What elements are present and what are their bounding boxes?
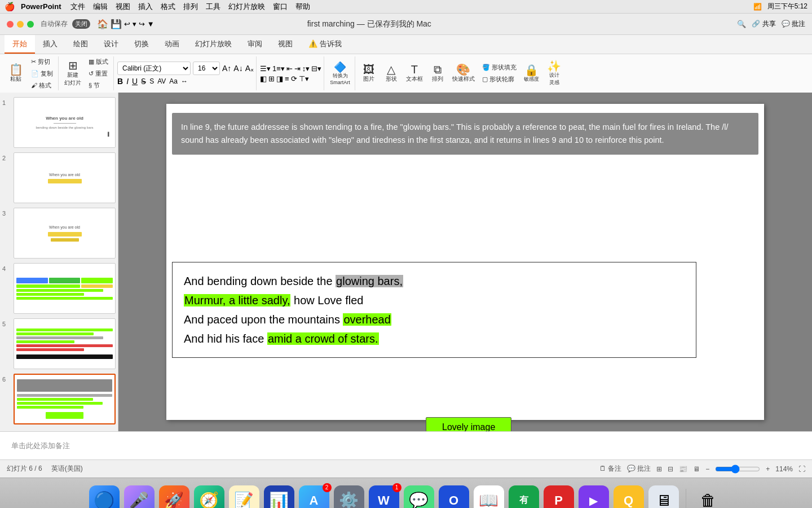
new-slide-button[interactable]: ⊞ 新建 幻灯片	[62, 59, 83, 88]
dock-finder[interactable]: 🔵	[89, 485, 120, 509]
apple-logo[interactable]: 🍎	[5, 2, 15, 12]
menu-window[interactable]: 窗口	[273, 2, 288, 12]
slide-item-2[interactable]: 2 When you are old	[2, 152, 116, 203]
paste-button[interactable]: 📋 粘贴	[6, 63, 26, 84]
font-family-dropdown[interactable]: Calibri (正文)	[117, 62, 191, 75]
tab-view[interactable]: 视图	[270, 35, 301, 54]
dock-finder2[interactable]: 🖥	[648, 485, 679, 509]
dock-word[interactable]: W 1	[369, 485, 399, 509]
comment-button[interactable]: 💬 批注	[782, 19, 805, 29]
format-painter-button[interactable]: 🖌 格式	[28, 80, 56, 91]
arrange-button[interactable]: ⧉ 排列	[427, 63, 448, 84]
share-button[interactable]: 🔗 共享	[752, 19, 775, 29]
columns-button[interactable]: ⊟▾	[311, 64, 321, 73]
save-toggle[interactable]: 关闭	[72, 19, 90, 29]
spacing-button[interactable]: AV	[157, 77, 166, 85]
view-presenter-button[interactable]: 🖥	[693, 465, 700, 473]
slide-thumb-3[interactable]: When you are old	[14, 208, 116, 259]
bullets-button[interactable]: ☰▾	[260, 64, 271, 73]
toolbar-customize[interactable]: ▼	[147, 20, 155, 28]
dock-safari[interactable]: 🧭	[194, 485, 224, 509]
tab-animations[interactable]: 动画	[157, 35, 187, 54]
app-name[interactable]: PowerPoint	[21, 2, 61, 11]
toolbar-home[interactable]: 🏠	[97, 19, 108, 29]
smartart-button[interactable]: 🔷 转换为 SmartArt	[328, 61, 352, 86]
dock-dictionary[interactable]: 📖	[474, 485, 504, 509]
shape-fill-button[interactable]: 🪣 形状填充	[479, 62, 519, 73]
toolbar-redo[interactable]: ↪	[139, 20, 145, 28]
menu-insert[interactable]: 插入	[138, 2, 153, 12]
shape-button[interactable]: △ 形状	[381, 63, 401, 84]
italic-button[interactable]: I	[126, 77, 129, 86]
menu-tools[interactable]: 工具	[206, 2, 220, 12]
tab-review[interactable]: 审阅	[240, 35, 270, 54]
tab-insert[interactable]: 插入	[35, 35, 65, 54]
toolbar-undo[interactable]: ↩ ▾	[124, 20, 136, 28]
tab-transitions[interactable]: 切换	[126, 35, 157, 54]
dock-powerpoint[interactable]: P	[544, 485, 574, 509]
view-grid-button[interactable]: ⊟	[668, 465, 673, 473]
align-vert-button[interactable]: ⊤▾	[299, 75, 309, 83]
tab-draw[interactable]: 绘图	[65, 35, 96, 54]
minimize-button[interactable]	[17, 21, 24, 28]
dock-notes[interactable]: 📝	[229, 485, 259, 509]
case-button[interactable]: Aa	[169, 77, 178, 85]
slide-item-4[interactable]: 4	[2, 263, 116, 314]
align-center-button[interactable]: ⊞	[268, 75, 275, 83]
dock-app-q[interactable]: Q	[614, 485, 644, 509]
cut-button[interactable]: ✂ 剪切	[28, 56, 56, 67]
zoom-out-button[interactable]: −	[705, 465, 709, 473]
shadow-button[interactable]: S	[149, 77, 154, 85]
design-ideas-button[interactable]: ✨ 设计 灵感	[544, 59, 564, 87]
toolbar-save[interactable]: 💾	[111, 19, 122, 29]
line-spacing-button[interactable]: ↕▾	[302, 64, 310, 73]
view-reading-button[interactable]: 📰	[679, 465, 687, 473]
layout-button[interactable]: ▦ 版式	[86, 56, 111, 67]
shape-outline-button[interactable]: ▢ 形状轮廓	[479, 74, 519, 85]
close-button[interactable]	[7, 21, 14, 28]
increase-font-button[interactable]: A↑	[222, 64, 231, 73]
dock-systemprefs[interactable]: ⚙️	[334, 485, 364, 509]
menu-edit[interactable]: 编辑	[93, 2, 108, 12]
comments-status-button[interactable]: 💬 批注	[627, 464, 651, 474]
slide-thumb-6[interactable]	[14, 374, 116, 424]
dock-presentations[interactable]: ▶	[579, 485, 609, 509]
reset-button[interactable]: ↺ 重置	[86, 68, 111, 79]
maximize-button[interactable]	[27, 21, 34, 28]
dock-siri[interactable]: 🎤	[124, 485, 155, 509]
dock-outlook[interactable]: O	[439, 485, 469, 509]
slide-item-1[interactable]: 1 When you are old bending down beside t…	[2, 97, 116, 148]
tab-tell-me[interactable]: ⚠️ 告诉我	[301, 35, 350, 54]
dock-launchpad[interactable]: 🚀	[159, 485, 189, 509]
clear-format-button[interactable]: Aₓ	[245, 64, 254, 73]
dock-trash[interactable]: 🗑	[693, 485, 723, 509]
menu-view[interactable]: 视图	[116, 2, 130, 12]
font-size-dropdown[interactable]: 16	[193, 62, 220, 75]
sensitivity-button[interactable]: 🔒 敏感度	[522, 63, 542, 84]
dock-wechat[interactable]: 💬	[404, 485, 434, 509]
align-right-button[interactable]: ◨	[276, 75, 283, 83]
decrease-indent-button[interactable]: ⇤	[286, 64, 293, 73]
textbox-button[interactable]: T 文本框	[404, 63, 425, 84]
numbering-button[interactable]: 1≡▾	[272, 64, 285, 73]
dock-keynote[interactable]: 📊	[264, 485, 294, 509]
dock-youdao[interactable]: 有	[509, 485, 539, 509]
slide-item-3[interactable]: 3 When you are old	[2, 208, 116, 259]
menu-format[interactable]: 格式	[161, 2, 175, 12]
view-normal-button[interactable]: ⊞	[656, 465, 662, 473]
text-direction-button[interactable]: ⟳	[291, 75, 297, 83]
picture-button[interactable]: 🖼 图片	[359, 63, 379, 84]
fit-button[interactable]: ⛶	[798, 465, 805, 473]
zoom-in-button[interactable]: +	[766, 465, 770, 473]
slide-thumb-1[interactable]: When you are old bending down beside the…	[14, 97, 116, 148]
tab-design[interactable]: 设计	[96, 35, 126, 54]
slide-thumb-5[interactable]	[14, 318, 116, 369]
quick-styles-button[interactable]: 🎨 快速样式	[450, 63, 477, 84]
align-left-button[interactable]: ◧	[260, 75, 267, 83]
copy-button[interactable]: 📄 复制	[28, 68, 56, 79]
slide-thumb-4[interactable]	[14, 263, 116, 314]
menu-help[interactable]: 帮助	[295, 2, 310, 12]
char-spacing-button[interactable]: ↔	[181, 77, 188, 85]
slide-item-6[interactable]: 6	[2, 374, 116, 424]
zoom-slider[interactable]	[715, 465, 760, 474]
